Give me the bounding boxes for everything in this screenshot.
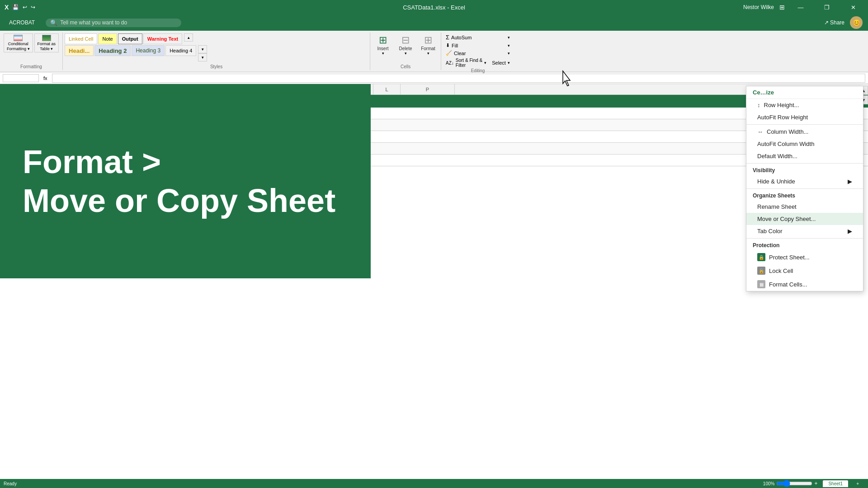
title-bar-title: CSATData1.xlsx - Excel (403, 4, 465, 11)
format-cells-icon: ▦ (757, 280, 765, 288)
title-bar-left: X 💾 ↩ ↪ (5, 4, 35, 11)
row-height-item[interactable]: ↕ Row Height... (746, 99, 863, 111)
autofit-column-width-item[interactable]: AutoFit Column Width (746, 138, 863, 150)
heading3-style[interactable]: Heading 3 (132, 45, 165, 56)
divider-3 (746, 188, 863, 189)
dropdown-header: Ce…ize (746, 86, 863, 99)
lock-cell-icon: 🔓 (757, 267, 765, 275)
divider-2 (746, 163, 863, 164)
close-button[interactable]: ✕ (843, 0, 863, 14)
protect-sheet-icon: 🔒 (757, 253, 765, 261)
insert-button[interactable]: ⊞ Insert ▾ (373, 33, 393, 56)
ribbon-display-icon[interactable]: ⊞ (779, 4, 785, 11)
zoom-level: 100% (763, 481, 775, 486)
default-width-item[interactable]: Default Width... (746, 150, 863, 162)
formula-function-icon[interactable]: fx (42, 75, 49, 81)
share-icon[interactable]: ↗ Share (824, 19, 844, 26)
restore-button[interactable]: ❐ (816, 0, 837, 14)
zoom-in-icon[interactable]: + (814, 480, 817, 487)
clear-button[interactable]: 🧹 Clear ▾ (444, 50, 512, 56)
zoom-controls: 100% + (763, 480, 818, 487)
hide-unhide-item[interactable]: Hide & Unhide ▶ (746, 175, 863, 188)
cells-group-label: Cells (373, 64, 438, 69)
tutorial-line1: Format > (23, 142, 348, 181)
autofit-row-height-item[interactable]: AutoFit Row Height (746, 111, 863, 123)
user-avatar[interactable]: 😊 (850, 16, 863, 29)
undo-icon[interactable]: ↩ (23, 4, 27, 10)
conditional-formatting-button[interactable]: Conditional Formatting ▾ (4, 33, 33, 52)
styles-group: Linked Cell Note Output Warning Text ▲ H… (63, 33, 370, 70)
styles-scroll-down: ▼ ▼ (198, 45, 207, 61)
organize-sheets-section: Organize Sheets (746, 190, 863, 201)
user-name: Nestor Wilke (743, 4, 774, 10)
select-button[interactable]: Select ▾ (490, 57, 512, 68)
cells-group: ⊞ Insert ▾ ⊟ Delete ▾ ⊞ Format ▾ Cells (370, 33, 441, 70)
menu-acrobat[interactable]: ACROBAT (5, 18, 38, 28)
tutorial-overlay: Format > Move or Copy Sheet (0, 84, 371, 278)
autosum-button[interactable]: Σ AutoSum ▾ (444, 33, 512, 41)
formatting-group: Conditional Formatting ▾ Format as Table… (0, 33, 63, 70)
format-cells-item[interactable]: ▦ Format Cells... (746, 277, 863, 291)
styles-group-label: Styles (65, 64, 368, 69)
formula-bar: fx (0, 72, 868, 84)
excel-logo-icon: X (5, 4, 9, 11)
ribbon: Conditional Formatting ▾ Format as Table… (0, 31, 868, 72)
sort-filter-button[interactable]: AZ↓ Sort & Find &Filter ▾ (444, 57, 488, 68)
move-copy-sheet-item[interactable]: Move or Copy Sheet... (746, 213, 863, 225)
rename-sheet-item[interactable]: Rename Sheet (746, 201, 863, 213)
visibility-section: Visibility (746, 164, 863, 175)
tab-color-item[interactable]: Tab Color ▶ (746, 225, 863, 237)
user-area: Nestor Wilke ⊞ — ❐ ✕ (743, 0, 863, 14)
editing-group: Σ AutoSum ▾ ⬇ Fill ▾ 🧹 Clear ▾ AZ↓ Sort … (441, 33, 514, 70)
editing-buttons: Σ AutoSum ▾ ⬇ Fill ▾ 🧹 Clear ▾ (444, 33, 512, 56)
styles-row-2: Headi... Heading 2 Heading 3 Heading 4 ▼… (65, 45, 368, 61)
zoom-slider[interactable] (776, 480, 812, 487)
note-style[interactable]: Note (98, 33, 117, 44)
format-as-table-button[interactable]: Format as Table ▾ (34, 33, 59, 52)
protect-sheet-item[interactable]: 🔒 Protect Sheet... (746, 250, 863, 264)
redo-icon[interactable]: ↪ (31, 4, 35, 10)
add-sheet-button[interactable]: + (851, 480, 864, 487)
ready-status: Ready (4, 481, 17, 486)
styles-scroll-up[interactable]: ▲ (184, 33, 193, 44)
tutorial-line2: Move or Copy Sheet (23, 181, 348, 220)
delete-button[interactable]: ⊟ Delete ▾ (396, 33, 415, 56)
formatting-buttons: Conditional Formatting ▾ Format as Table… (4, 33, 59, 52)
heading2-style[interactable]: Heading 2 (94, 45, 131, 56)
lock-cell-item[interactable]: 🔓 Lock Cell (746, 264, 863, 277)
column-width-item[interactable]: ↔ Column Width... (746, 126, 863, 138)
styles-row-1: Linked Cell Note Output Warning Text ▲ (65, 33, 368, 44)
sheet-tabs: Sheet1 + (823, 480, 864, 487)
linked-cell-style[interactable]: Linked Cell (65, 33, 97, 44)
heading4-style[interactable]: Heading 4 (165, 45, 196, 56)
fill-button[interactable]: ⬇ Fill ▾ (444, 42, 512, 49)
format-button[interactable]: ⊞ Format ▾ (418, 33, 438, 56)
search-wrapper[interactable]: 🔍 Tell me what you want to do (46, 19, 181, 27)
sort-find-group: AZ↓ Sort & Find &Filter ▾ Select ▾ (444, 57, 512, 68)
divider-4 (746, 238, 863, 239)
name-box[interactable] (3, 74, 39, 82)
sheet-tab-active[interactable]: Sheet1 (823, 480, 848, 487)
header-actions: ↗ Share 😊 (824, 16, 863, 29)
cells-buttons: ⊞ Insert ▾ ⊟ Delete ▾ ⊞ Format ▾ (373, 33, 438, 56)
output-style[interactable]: Output (118, 33, 142, 44)
status-bar: Ready 100% + Sheet1 + (0, 479, 868, 488)
quick-save-icon[interactable]: 💾 (12, 4, 19, 10)
search-icon: 🔍 (50, 19, 57, 26)
scroll-more-arrow[interactable]: ▼ (198, 53, 207, 61)
formatting-group-label: Formatting (4, 64, 59, 69)
editing-group-label: Editing (444, 68, 512, 73)
minimize-button[interactable]: — (790, 0, 811, 14)
col-header-p: P (401, 84, 455, 94)
search-bar: ACROBAT 🔍 Tell me what you want to do ↗ … (0, 14, 868, 31)
scroll-up-arrow[interactable]: ▲ (184, 33, 193, 42)
formula-input[interactable] (52, 74, 865, 83)
scroll-down-arrow[interactable]: ▼ (198, 45, 207, 53)
search-input[interactable]: Tell me what you want to do (60, 19, 127, 26)
warning-style[interactable]: Warning Text (143, 33, 182, 44)
heading1-style[interactable]: Headi... (65, 45, 94, 56)
main-content: Format > Move or Copy Sheet B C D E F G … (0, 84, 868, 479)
menu-bar: ACROBAT (5, 18, 38, 28)
protection-section: Protection (746, 239, 863, 250)
title-bar: X 💾 ↩ ↪ CSATData1.xlsx - Excel Nestor Wi… (0, 0, 868, 14)
